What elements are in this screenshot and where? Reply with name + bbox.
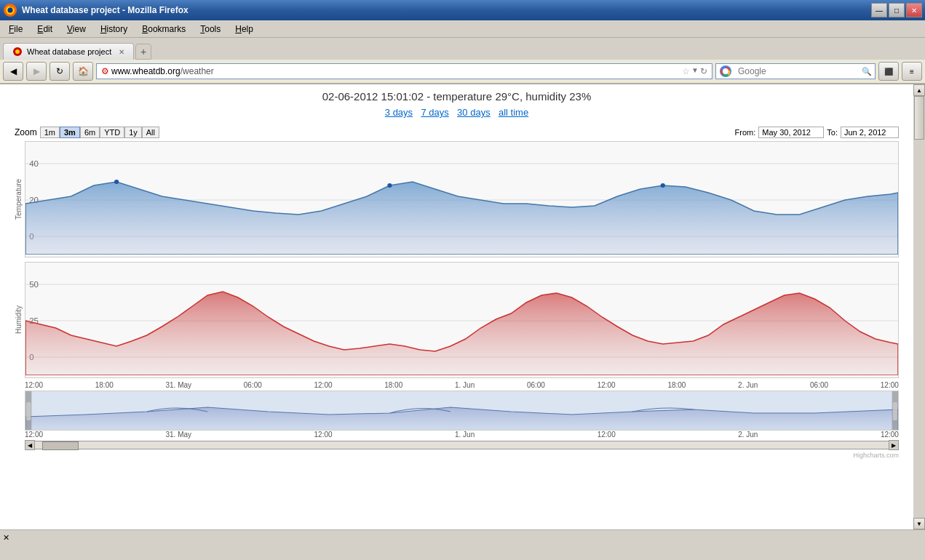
zoom-6m[interactable]: 6m xyxy=(80,127,100,138)
x-label-4: 12:00 xyxy=(314,381,332,389)
temp-axis-label: Temperature xyxy=(15,141,25,257)
forward-button[interactable]: ▶ xyxy=(26,62,47,81)
back-button[interactable]: ◀ xyxy=(3,62,23,81)
menu-tools[interactable]: Tools xyxy=(194,23,226,36)
x-label-10: 2. Jun xyxy=(738,381,758,389)
nav-extra-button[interactable]: ⬛ xyxy=(878,62,899,81)
bookmark-star-icon[interactable]: ☆ xyxy=(682,66,690,76)
x-label-3: 06:00 xyxy=(244,381,262,389)
scroll-up-button[interactable]: ▲ xyxy=(913,84,925,96)
from-date-input[interactable] xyxy=(758,127,824,138)
page-content: 02-06-2012 15:01:02 - temperature 29°C, … xyxy=(0,84,913,529)
x-label-12: 12:00 xyxy=(881,381,899,389)
tab-label: Wheat database project xyxy=(27,47,111,56)
svg-point-2 xyxy=(8,8,13,13)
mini-x-0: 12:00 xyxy=(25,431,43,439)
home-button[interactable]: 🏠 xyxy=(73,62,93,81)
navigator-svg xyxy=(25,391,898,431)
v-scrollbar: ▲ ▼ xyxy=(913,84,925,529)
mini-x-1: 31. May xyxy=(165,431,191,439)
time-links: 3 days 7 days 30 days all time xyxy=(15,107,899,118)
zoom-1m[interactable]: 1m xyxy=(40,127,60,138)
humidity-axis-label: Humidity xyxy=(15,262,25,378)
time-link-alltime[interactable]: all time xyxy=(499,107,528,118)
reload-button[interactable]: ↻ xyxy=(49,62,70,81)
window-title: Wheat database project - Mozilla Firefox xyxy=(22,5,188,15)
tab-favicon xyxy=(12,47,23,57)
address-bar: ◀ ▶ ↻ 🏠 ⚙ www.wheatdb.org/weather ☆ ▼ ↻ … xyxy=(0,60,925,84)
time-link-7days[interactable]: 7 days xyxy=(421,107,448,118)
to-date-input[interactable] xyxy=(841,127,899,138)
nav-menu-button[interactable]: ≡ xyxy=(902,62,922,81)
maximize-button[interactable]: □ xyxy=(889,3,905,17)
address-input[interactable]: ⚙ www.wheatdb.org/weather ☆ ▼ ↻ xyxy=(96,63,712,79)
svg-point-13 xyxy=(114,180,119,184)
h-scrollbar-thumb[interactable] xyxy=(42,441,79,450)
svg-point-4 xyxy=(15,49,20,54)
zoom-ytd[interactable]: YTD xyxy=(100,127,124,138)
svg-rect-26 xyxy=(893,402,897,420)
mini-x-6: 12:00 xyxy=(881,431,899,439)
mini-x-labels: 12:00 31. May 12:00 1. Jun 12:00 2. Jun … xyxy=(25,431,899,439)
url-display: www.wheatdb.org/weather xyxy=(111,66,214,76)
x-label-1: 18:00 xyxy=(95,381,114,389)
to-label: To: xyxy=(827,128,838,137)
menu-history[interactable]: History xyxy=(95,23,133,36)
x-label-6: 1. Jun xyxy=(455,381,475,389)
v-scrollbar-thumb[interactable] xyxy=(914,96,924,140)
menu-bookmarks[interactable]: Bookmarks xyxy=(136,23,191,36)
temperature-chart-svg: 40 20 0 xyxy=(25,142,898,255)
tab-wheat-db[interactable]: Wheat database project ✕ xyxy=(3,43,134,60)
search-box[interactable]: 🔍 xyxy=(715,63,876,79)
humidity-chart-container: Humidity 50 xyxy=(15,262,899,378)
tab-close-icon[interactable]: ✕ xyxy=(119,48,124,56)
from-label: From: xyxy=(735,128,756,137)
date-range: From: To: xyxy=(735,127,899,138)
zoom-1y[interactable]: 1y xyxy=(124,127,142,138)
mini-x-5: 2. Jun xyxy=(738,431,758,439)
temperature-chart-container: Temperature 4 xyxy=(15,141,899,257)
time-link-3days[interactable]: 3 days xyxy=(385,107,413,118)
x-axis-labels: 12:00 18:00 31. May 06:00 12:00 18:00 1.… xyxy=(25,381,899,389)
menu-help[interactable]: Help xyxy=(229,23,259,36)
status-text: ✕ xyxy=(3,533,9,543)
scroll-left-button[interactable]: ◀ xyxy=(25,440,35,450)
svg-rect-24 xyxy=(26,402,31,420)
highcharts-credit: Highcharts.com xyxy=(15,452,899,459)
zoom-all[interactable]: All xyxy=(142,127,159,138)
url-security-icon: ⚙ xyxy=(101,66,109,76)
scroll-down-button[interactable]: ▼ xyxy=(913,518,925,529)
x-label-7: 06:00 xyxy=(527,381,545,389)
h-scrollbar: ◀ ▶ xyxy=(25,440,899,450)
mini-x-3: 1. Jun xyxy=(455,431,475,439)
search-icon[interactable]: 🔍 xyxy=(859,67,875,76)
menu-view[interactable]: View xyxy=(61,23,92,36)
google-logo xyxy=(716,65,735,78)
page-header: 02-06-2012 15:01:02 - temperature 29°C, … xyxy=(15,90,899,103)
minimize-button[interactable]: — xyxy=(871,3,887,17)
zoom-label: Zoom xyxy=(15,127,37,137)
title-bar: Wheat database project - Mozilla Firefox… xyxy=(0,0,925,20)
h-scrollbar-track xyxy=(35,441,889,449)
menu-edit[interactable]: Edit xyxy=(31,23,58,36)
new-tab-button[interactable]: + xyxy=(135,44,151,60)
tab-bar: Wheat database project ✕ + xyxy=(0,38,925,60)
time-link-30days[interactable]: 30 days xyxy=(457,107,491,118)
mini-x-4: 12:00 xyxy=(598,431,616,439)
mini-x-2: 12:00 xyxy=(314,431,333,439)
scroll-right-button[interactable]: ▶ xyxy=(889,440,899,450)
close-button[interactable]: ✕ xyxy=(906,3,922,17)
refresh-icon[interactable]: ↻ xyxy=(700,66,707,76)
menu-bar: File Edit View History Bookmarks Tools H… xyxy=(0,20,925,38)
v-scrollbar-track xyxy=(913,96,925,518)
url-dropdown-icon[interactable]: ▼ xyxy=(691,66,699,76)
status-bar: ✕ xyxy=(0,529,925,545)
svg-point-15 xyxy=(661,183,665,188)
search-input[interactable] xyxy=(735,66,859,76)
zoom-3m[interactable]: 3m xyxy=(60,127,80,138)
x-label-0: 12:00 xyxy=(25,381,43,389)
menu-file[interactable]: File xyxy=(3,23,28,36)
svg-text:40: 40 xyxy=(29,159,39,168)
x-label-8: 12:00 xyxy=(598,381,616,389)
x-label-11: 06:00 xyxy=(810,381,828,389)
